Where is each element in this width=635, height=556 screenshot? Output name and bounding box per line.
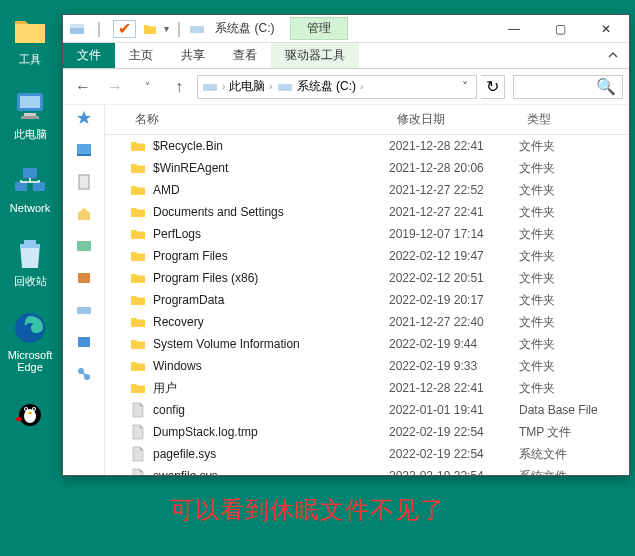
file-icon — [129, 467, 147, 475]
folder-icon — [129, 335, 147, 353]
file-row[interactable]: Recovery2021-12-27 22:40文件夹 — [105, 311, 629, 333]
svg-rect-6 — [33, 182, 45, 191]
svg-rect-21 — [278, 84, 292, 91]
folder-icon — [13, 14, 47, 48]
titlebar-separator: | — [177, 20, 181, 38]
manage-tab[interactable]: 管理 — [290, 17, 348, 40]
ribbon-expand[interactable] — [597, 43, 629, 68]
file-row[interactable]: DumpStack.log.tmp2022-02-19 22:54TMP 文件 — [105, 421, 629, 443]
folder-small-icon[interactable] — [142, 21, 158, 37]
file-date: 2022-02-19 22:54 — [389, 425, 519, 439]
file-row[interactable]: Documents and Settings2021-12-27 22:41文件… — [105, 201, 629, 223]
file-date: 2022-02-12 19:47 — [389, 249, 519, 263]
close-button[interactable]: ✕ — [583, 15, 629, 43]
nav-item[interactable] — [75, 205, 93, 223]
crumb-pc[interactable]: 此电脑 — [229, 78, 265, 95]
file-type: 文件夹 — [519, 204, 629, 221]
tab-view[interactable]: 查看 — [219, 43, 271, 68]
chevron-icon[interactable]: › — [269, 81, 272, 92]
file-row[interactable]: Windows2022-02-19 9:33文件夹 — [105, 355, 629, 377]
file-date: 2019-12-07 17:14 — [389, 227, 519, 241]
nav-item[interactable] — [75, 333, 93, 351]
desktop-label: 回收站 — [14, 274, 47, 289]
tab-drive-tools[interactable]: 驱动器工具 — [271, 43, 359, 68]
titlebar[interactable]: | ✔ ▾ | 系统盘 (C:) 管理 — ▢ ✕ — [63, 15, 629, 43]
col-date[interactable]: 修改日期 — [389, 105, 519, 134]
file-name: DumpStack.log.tmp — [153, 425, 389, 439]
back-button[interactable]: ← — [69, 73, 97, 101]
file-row[interactable]: $Recycle.Bin2021-12-28 22:41文件夹 — [105, 135, 629, 157]
svg-rect-20 — [203, 84, 217, 91]
tab-file[interactable]: 文件 — [63, 43, 115, 68]
chevron-icon[interactable]: › — [360, 81, 363, 92]
file-row[interactable]: PerfLogs2019-12-07 17:14文件夹 — [105, 223, 629, 245]
file-type: 系统文件 — [519, 446, 629, 463]
file-row[interactable]: Program Files (x86)2022-02-12 20:51文件夹 — [105, 267, 629, 289]
recent-dropdown[interactable]: ˅ — [133, 73, 161, 101]
quick-access-icon[interactable] — [75, 109, 93, 127]
ribbon: 文件 主页 共享 查看 驱动器工具 — [63, 43, 629, 69]
qat-overflow[interactable]: ▾ — [164, 23, 169, 34]
svg-rect-27 — [77, 307, 91, 314]
file-icon — [129, 445, 147, 463]
tab-home[interactable]: 主页 — [115, 43, 167, 68]
file-date: 2022-02-19 9:33 — [389, 359, 519, 373]
file-type: 系统文件 — [519, 468, 629, 476]
navigation-pane[interactable] — [63, 105, 105, 475]
drive-crumb-icon — [202, 79, 218, 95]
check-icon[interactable]: ✔ — [118, 19, 131, 38]
up-button[interactable]: ↑ — [165, 73, 193, 101]
file-row[interactable]: System Volume Information2022-02-19 9:44… — [105, 333, 629, 355]
col-type[interactable]: 类型 — [519, 105, 629, 134]
desktop-icon-network[interactable]: Network — [0, 164, 60, 214]
nav-item[interactable] — [75, 365, 93, 383]
file-name: AMD — [153, 183, 389, 197]
file-type: 文件夹 — [519, 248, 629, 265]
address-bar[interactable]: › 此电脑 › 系统盘 (C:) › ˅ — [197, 75, 477, 99]
folder-icon — [129, 291, 147, 309]
file-row[interactable]: swapfile.sys2022-02-19 22:54系统文件 — [105, 465, 629, 475]
nav-item[interactable] — [75, 173, 93, 191]
file-row[interactable]: AMD2021-12-27 22:52文件夹 — [105, 179, 629, 201]
desktop-icon-qq[interactable] — [0, 395, 60, 433]
nav-item[interactable] — [75, 301, 93, 319]
file-date: 2021-12-28 20:06 — [389, 161, 519, 175]
svg-point-13 — [25, 408, 27, 410]
list-header[interactable]: 名称 修改日期 类型 — [105, 105, 629, 135]
svg-rect-19 — [190, 26, 204, 33]
col-name[interactable]: 名称 — [105, 105, 389, 134]
crumb-drive[interactable]: 系统盘 (C:) — [297, 78, 356, 95]
minimize-button[interactable]: — — [491, 15, 537, 43]
refresh-button[interactable]: ↻ — [481, 75, 505, 99]
file-type: 文件夹 — [519, 380, 629, 397]
chevron-icon[interactable]: › — [222, 81, 225, 92]
svg-rect-17 — [70, 27, 84, 34]
svg-rect-18 — [70, 24, 84, 28]
desktop-icon-edge[interactable]: Microsoft Edge — [0, 311, 60, 373]
file-type: 文件夹 — [519, 358, 629, 375]
nav-item[interactable] — [75, 141, 93, 159]
file-name: 用户 — [153, 380, 389, 397]
file-row[interactable]: Program Files2022-02-12 19:47文件夹 — [105, 245, 629, 267]
nav-item[interactable] — [75, 269, 93, 287]
file-date: 2022-01-01 19:41 — [389, 403, 519, 417]
file-type: TMP 文件 — [519, 424, 629, 441]
svg-rect-1 — [20, 96, 40, 108]
file-row[interactable]: ProgramData2022-02-19 20:17文件夹 — [105, 289, 629, 311]
file-row[interactable]: 用户2021-12-28 22:41文件夹 — [105, 377, 629, 399]
search-icon: 🔍 — [596, 77, 616, 96]
nav-item[interactable] — [75, 237, 93, 255]
folder-icon — [129, 225, 147, 243]
address-dropdown[interactable]: ˅ — [458, 80, 472, 94]
forward-button[interactable]: → — [101, 73, 129, 101]
file-date: 2021-12-27 22:41 — [389, 205, 519, 219]
desktop-icon-recycle[interactable]: 回收站 — [0, 236, 60, 289]
search-box[interactable]: 🔍 — [513, 75, 623, 99]
file-row[interactable]: $WinREAgent2021-12-28 20:06文件夹 — [105, 157, 629, 179]
tab-share[interactable]: 共享 — [167, 43, 219, 68]
desktop-icon-tools[interactable]: 工具 — [0, 14, 60, 67]
maximize-button[interactable]: ▢ — [537, 15, 583, 43]
desktop-icon-pc[interactable]: 此电脑 — [0, 89, 60, 142]
file-row[interactable]: pagefile.sys2022-02-19 22:54系统文件 — [105, 443, 629, 465]
file-row[interactable]: config2022-01-01 19:41Data Base File — [105, 399, 629, 421]
